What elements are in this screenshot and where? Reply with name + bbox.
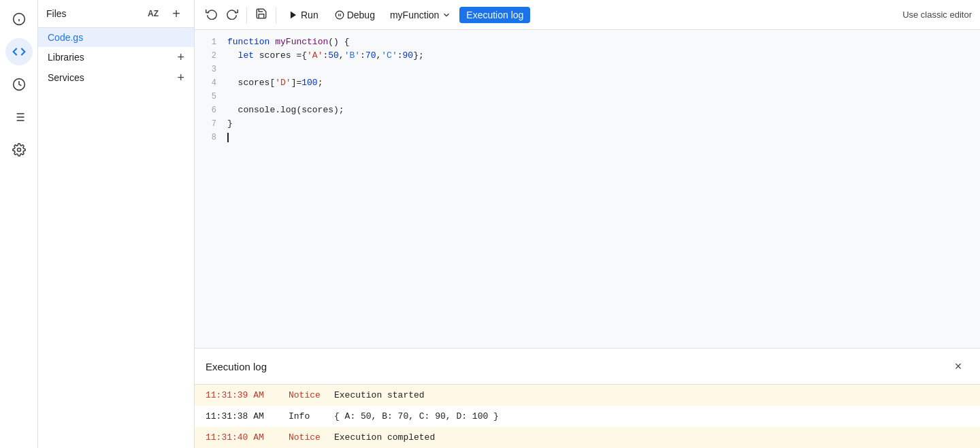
line-content-1: function myFunction() { bbox=[227, 35, 980, 49]
libraries-section-header[interactable]: Libraries + bbox=[38, 47, 194, 67]
log-level-3: Notice bbox=[289, 432, 326, 443]
line-number-1: 1 bbox=[195, 35, 227, 49]
line-content-4: scores['D']=100; bbox=[227, 76, 980, 90]
save-button[interactable] bbox=[252, 5, 270, 25]
code-line-5: 5 bbox=[195, 90, 980, 103]
execution-log-title: Execution log bbox=[206, 361, 267, 372]
undo-button[interactable] bbox=[203, 5, 220, 25]
toolbar: Run Debug myFunction Execution log Use c… bbox=[195, 0, 980, 30]
services-section-header[interactable]: Services + bbox=[38, 67, 194, 88]
line-number-5: 5 bbox=[195, 90, 227, 103]
line-number-4: 4 bbox=[195, 76, 227, 90]
line-content-2: let scores ={'A':50,'B':70,'C':90}; bbox=[227, 49, 980, 63]
log-timestamp-3: 11:31:40 AM bbox=[206, 432, 280, 443]
line-content-7: } bbox=[227, 117, 980, 131]
services-label: Services bbox=[48, 72, 84, 83]
file-item-label: Code.gs bbox=[48, 32, 83, 43]
files-title: Files bbox=[46, 8, 67, 19]
code-line-4: 4 scores['D']=100; bbox=[195, 76, 980, 90]
log-message-3: Execution completed bbox=[334, 432, 435, 443]
editor-area: Run Debug myFunction Execution log Use c… bbox=[195, 0, 980, 448]
code-line-1: 1 function myFunction() { bbox=[195, 35, 980, 49]
code-line-3: 3 bbox=[195, 63, 980, 76]
libraries-label: Libraries bbox=[48, 52, 84, 63]
file-panel-header: Files AZ + bbox=[38, 0, 194, 28]
log-message-1: Execution started bbox=[334, 390, 425, 400]
settings-nav-button[interactable] bbox=[5, 136, 33, 163]
line-number-2: 2 bbox=[195, 49, 227, 63]
file-panel-actions: AZ + bbox=[144, 4, 186, 23]
log-level-2: Info bbox=[289, 411, 326, 421]
sort-az-button[interactable]: AZ bbox=[144, 4, 163, 23]
icon-sidebar bbox=[0, 0, 38, 448]
add-file-button[interactable]: + bbox=[167, 4, 186, 23]
code-line-7: 7 } bbox=[195, 117, 980, 131]
log-timestamp-2: 11:31:38 AM bbox=[206, 411, 280, 421]
run-button[interactable]: Run bbox=[282, 7, 325, 23]
execution-log-header: Execution log × bbox=[195, 349, 980, 385]
toolbar-divider-2 bbox=[276, 7, 276, 23]
svg-marker-11 bbox=[291, 11, 296, 18]
classic-editor-link[interactable]: Use classic editor bbox=[902, 10, 972, 20]
file-item-code-gs[interactable]: Code.gs bbox=[38, 28, 194, 47]
svg-point-12 bbox=[336, 11, 344, 19]
line-number-8: 8 bbox=[195, 131, 227, 144]
line-number-3: 3 bbox=[195, 63, 227, 76]
log-row-1: 11:31:39 AM Notice Execution started bbox=[195, 385, 980, 406]
add-service-button[interactable]: + bbox=[177, 71, 184, 84]
triggers-nav-button[interactable] bbox=[5, 71, 33, 98]
executions-nav-button[interactable] bbox=[5, 103, 33, 131]
code-line-2: 2 let scores ={'A':50,'B':70,'C':90}; bbox=[195, 49, 980, 63]
add-library-button[interactable]: + bbox=[177, 51, 184, 63]
debug-button[interactable]: Debug bbox=[328, 7, 382, 23]
redo-button[interactable] bbox=[223, 5, 241, 25]
svg-point-10 bbox=[17, 148, 20, 152]
log-message-2: { A: 50, B: 70, C: 90, D: 100 } bbox=[334, 411, 499, 421]
code-nav-button[interactable] bbox=[5, 38, 33, 65]
line-number-6: 6 bbox=[195, 103, 227, 117]
execution-log-panel: Execution log × 11:31:39 AM Notice Execu… bbox=[195, 348, 980, 448]
execution-log-close-button[interactable]: × bbox=[947, 355, 969, 377]
log-level-1: Notice bbox=[289, 390, 326, 400]
log-row-3: 11:31:40 AM Notice Execution completed bbox=[195, 427, 980, 448]
line-content-8 bbox=[227, 131, 980, 144]
function-selector[interactable]: myFunction bbox=[385, 7, 457, 23]
line-content-6: console.log(scores); bbox=[227, 103, 980, 117]
function-selector-label: myFunction bbox=[390, 10, 439, 20]
code-line-8: 8 bbox=[195, 131, 980, 144]
code-line-6: 6 console.log(scores); bbox=[195, 103, 980, 117]
log-row-2: 11:31:38 AM Info { A: 50, B: 70, C: 90, … bbox=[195, 406, 980, 427]
toolbar-divider-1 bbox=[246, 7, 247, 23]
line-number-7: 7 bbox=[195, 117, 227, 131]
info-nav-button[interactable] bbox=[5, 5, 33, 33]
file-panel: Files AZ + Code.gs Libraries + Services … bbox=[38, 0, 195, 448]
log-timestamp-1: 11:31:39 AM bbox=[206, 390, 280, 400]
execution-log-button[interactable]: Execution log bbox=[459, 7, 530, 23]
code-editor[interactable]: 1 function myFunction() { 2 let scores =… bbox=[195, 30, 980, 348]
